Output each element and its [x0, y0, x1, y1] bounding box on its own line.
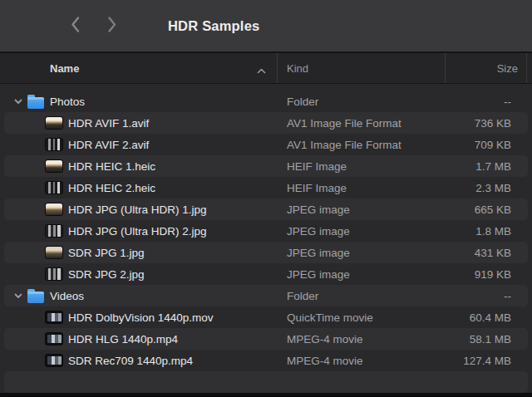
photo-landscape-thumbnail — [46, 247, 62, 258]
file-size: 127.4 MB — [445, 355, 520, 367]
column-header-size-label: Size — [497, 62, 518, 75]
file-size: 919 KB — [445, 268, 520, 281]
column-header-filler — [526, 53, 532, 83]
column-header-name-label: Name — [50, 62, 79, 75]
column-header-kind[interactable]: Kind — [277, 53, 445, 83]
file-kind: JPEG image — [277, 247, 445, 259]
folder-icon — [27, 97, 44, 109]
video-filmstrip-thumbnail — [46, 355, 62, 366]
column-header-name[interactable]: Name — [0, 53, 277, 83]
photo-windows-thumbnail — [46, 182, 62, 194]
table-row-videos[interactable]: Videos Folder -- — [4, 285, 528, 306]
toolbar: HDR Samples — [0, 0, 532, 51]
file-name: SDR JPG 2.jpg — [68, 268, 145, 281]
file-size: -- — [445, 290, 520, 302]
column-header-row: Name Kind Size — [0, 51, 532, 84]
column-header-size[interactable]: Size — [445, 53, 526, 83]
table-row[interactable]: HDR HEIC 2.heic HEIF Image 2.3 MB — [4, 177, 528, 198]
photo-windows-thumbnail — [46, 225, 62, 237]
file-size: 58.1 MB — [445, 333, 520, 346]
file-size: 2.3 MB — [445, 182, 520, 194]
chevron-up-icon — [257, 64, 266, 76]
file-name: HDR JPG (Ultra HDR) 1.jpg — [68, 203, 207, 216]
file-name: Photos — [50, 96, 85, 108]
file-size: 736 KB — [445, 117, 520, 130]
file-size: 1.8 MB — [445, 225, 520, 238]
file-list: Photos Folder -- HDR AVIF 1.avif AV1 Ima… — [0, 84, 532, 393]
file-kind: Folder — [277, 290, 445, 302]
photo-landscape-thumbnail — [46, 160, 62, 172]
file-size: 709 KB — [445, 139, 520, 151]
file-size: -- — [445, 96, 520, 108]
file-kind: HEIF Image — [277, 160, 445, 173]
file-name: HDR AVIF 2.avif — [68, 139, 149, 151]
file-name: HDR JPG (Ultra HDR) 2.jpg — [68, 225, 207, 238]
video-filmstrip-thumbnail — [46, 311, 62, 323]
table-row[interactable]: HDR DolbyVision 1440p.mov QuickTime movi… — [4, 306, 528, 328]
table-row[interactable]: SDR JPG 1.jpg JPEG image 431 KB — [4, 242, 528, 263]
video-filmstrip-thumbnail — [46, 333, 62, 345]
file-name: SDR Rec709 1440p.mp4 — [68, 355, 193, 367]
file-name: HDR HEIC 1.heic — [68, 160, 155, 173]
file-name: Videos — [50, 290, 84, 302]
file-name: HDR DolbyVision 1440p.mov — [68, 311, 214, 324]
photo-landscape-thumbnail — [46, 117, 62, 129]
forward-button[interactable] — [101, 12, 121, 39]
table-row[interactable]: HDR AVIF 2.avif AV1 Image File Format 70… — [4, 134, 528, 155]
disclosure-chevron-down-icon[interactable] — [14, 293, 22, 299]
table-row-photos[interactable]: Photos Folder -- — [4, 91, 528, 112]
file-kind: Folder — [277, 96, 445, 108]
file-kind: MPEG-4 movie — [277, 333, 445, 346]
chevron-right-icon — [106, 16, 117, 37]
file-kind: QuickTime movie — [277, 311, 445, 324]
table-row[interactable]: SDR JPG 2.jpg JPEG image 919 KB — [4, 263, 528, 285]
table-row[interactable]: HDR AVIF 1.avif AV1 Image File Format 73… — [4, 112, 528, 134]
photo-windows-thumbnail — [46, 139, 62, 150]
file-kind: AV1 Image File Format — [277, 139, 445, 151]
table-row[interactable]: SDR Rec709 1440p.mp4 MPEG-4 movie 127.4 … — [4, 350, 528, 371]
table-row[interactable]: HDR JPG (Ultra HDR) 2.jpg JPEG image 1.8… — [4, 220, 528, 242]
file-name: SDR JPG 1.jpg — [68, 247, 145, 259]
table-row[interactable]: HDR HEIC 1.heic HEIF Image 1.7 MB — [4, 155, 528, 177]
file-kind: JPEG image — [277, 268, 445, 281]
file-name: HDR AVIF 1.avif — [68, 117, 149, 130]
table-row[interactable]: HDR JPG (Ultra HDR) 1.jpg JPEG image 665… — [4, 198, 528, 220]
chevron-left-icon — [70, 16, 81, 37]
file-size: 665 KB — [445, 203, 520, 216]
table-row[interactable]: HDR HLG 1440p.mp4 MPEG-4 movie 58.1 MB — [4, 328, 528, 350]
file-size: 60.4 MB — [445, 311, 520, 324]
column-header-kind-label: Kind — [287, 62, 308, 75]
disclosure-chevron-down-icon[interactable] — [14, 99, 22, 105]
file-size: 1.7 MB — [445, 160, 520, 173]
photo-landscape-thumbnail — [46, 203, 62, 215]
file-kind: AV1 Image File Format — [277, 117, 445, 130]
file-kind: MPEG-4 movie — [277, 355, 445, 367]
file-kind: JPEG image — [277, 225, 445, 238]
file-name: HDR HLG 1440p.mp4 — [68, 333, 178, 346]
file-kind: HEIF Image — [277, 182, 445, 194]
back-button[interactable] — [65, 12, 85, 39]
file-name: HDR HEIC 2.heic — [68, 182, 155, 194]
folder-icon — [27, 292, 44, 303]
file-size: 431 KB — [445, 247, 520, 259]
empty-row — [4, 371, 528, 393]
photo-windows-thumbnail — [46, 268, 62, 280]
window-bottom-edge — [0, 393, 532, 397]
page-title: HDR Samples — [168, 18, 259, 34]
file-kind: JPEG image — [277, 203, 445, 216]
